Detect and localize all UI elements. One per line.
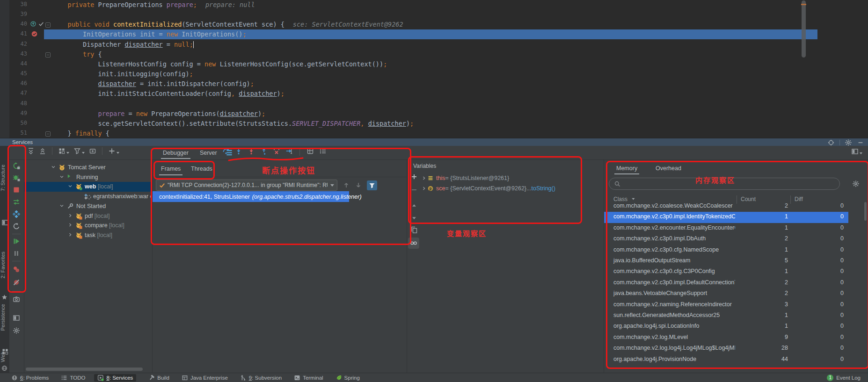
memory-class-row[interactable]: org.apache.log4j.ProvisionNode440 <box>604 354 848 365</box>
expand-all-button[interactable] <box>27 147 35 155</box>
memory-class-row[interactable]: sun.reflect.GeneratedMethodAccessor2510 <box>604 310 848 321</box>
memory-settings-icon[interactable] <box>852 180 860 187</box>
editor-scrollbar-thumb[interactable] <box>802 0 806 58</box>
statusbar-item-problems[interactable]: 6: Problems <box>11 375 49 381</box>
evaluate-expression-button[interactable] <box>306 147 314 157</box>
line-number[interactable]: 46 <box>9 80 27 86</box>
run-to-cursor-button[interactable] <box>285 147 293 157</box>
chevron-expanded-icon[interactable] <box>51 164 58 172</box>
debug-server-button[interactable] <box>13 174 20 181</box>
breakpoint-icon[interactable] <box>31 30 38 38</box>
chevron-collapsed-icon[interactable] <box>421 174 427 182</box>
tree-row[interactable]: compare [local] <box>24 221 152 231</box>
chevron-expanded-icon[interactable] <box>59 203 66 210</box>
chevron-expanded-icon[interactable] <box>67 183 75 191</box>
event-log-button[interactable]: 1 Event Log <box>827 375 861 381</box>
layout-options-icon[interactable] <box>851 148 859 155</box>
code-line[interactable]: } finally { <box>52 130 109 137</box>
mute-breakpoints-button[interactable] <box>13 279 20 286</box>
tree-row[interactable]: pdf [local] <box>24 211 152 221</box>
collapse-all-button[interactable] <box>39 147 46 155</box>
tab-threads[interactable]: Threads <box>186 162 217 175</box>
line-number[interactable]: 44 <box>9 60 27 67</box>
code-line[interactable]: ListenerHostConfig config = new Listener… <box>52 60 387 68</box>
stripe-button-persistence[interactable]: Persistence <box>0 304 9 331</box>
chevron-collapsed-icon[interactable] <box>67 213 75 220</box>
statusbar-item-subversion[interactable]: 9: Subversion <box>240 375 282 381</box>
hide-frames-filter-button[interactable] <box>367 180 377 190</box>
tab-memory[interactable]: Memory <box>612 162 642 174</box>
code-line[interactable]: init.initStaticContentLoader(config, dis… <box>52 90 284 97</box>
statusbar-item-build[interactable]: Build <box>148 375 169 381</box>
code-line[interactable]: prepare = new PrepareOperations(dispatch… <box>52 110 265 117</box>
thread-dump-button[interactable] <box>13 296 20 303</box>
tree-row[interactable]: Running <box>24 173 152 182</box>
resume-button[interactable] <box>13 238 20 245</box>
memory-class-row[interactable]: com.mchange.v2.coalesce.WeakCcCoalescer2… <box>604 201 848 212</box>
memory-class-row[interactable]: com.mchange.v2.log.log4j.Log4jMLog$Log4j… <box>604 343 848 354</box>
add-service-frame-button[interactable] <box>89 147 96 155</box>
refresh-button[interactable] <box>13 223 20 230</box>
code-line[interactable]: public void contextInitialized(ServletCo… <box>52 21 403 28</box>
tool-window-settings-icon[interactable] <box>845 139 852 146</box>
services-tree[interactable]: Tomcat ServerRunningweb [local]egrantsha… <box>24 160 152 373</box>
memory-class-row[interactable]: java.beans.VetoableChangeSupport20 <box>604 288 848 299</box>
memory-class-row[interactable]: org.apache.log4j.spi.LocationInfo10 <box>604 321 848 332</box>
move-watch-up-button[interactable] <box>410 202 418 209</box>
tree-row[interactable]: web [local] <box>24 182 152 192</box>
code-line[interactable]: try { <box>52 50 102 58</box>
tree-row[interactable]: Not Started <box>24 202 152 211</box>
code-line[interactable]: init.initLogging(config); <box>52 70 193 78</box>
duplicate-watch-button[interactable] <box>410 226 418 234</box>
code-line[interactable]: sce.getServletContext().setAttribute(Str… <box>52 120 414 127</box>
memory-class-row[interactable]: com.mchange.v2.encounter.EqualityEncount… <box>604 223 848 234</box>
tree-row[interactable]: Tomcat Server <box>24 163 152 173</box>
tab-overhead[interactable]: Overhead <box>651 162 686 174</box>
add-service-button[interactable] <box>108 147 119 155</box>
add-watch-button[interactable] <box>410 173 418 180</box>
memory-class-row[interactable]: com.mchange.v2.naming.ReferenceIndirecto… <box>604 300 848 310</box>
deployment-status-button[interactable] <box>13 210 20 218</box>
tab-debugger[interactable]: Debugger <box>157 146 194 159</box>
line-number[interactable]: 51 <box>9 130 27 136</box>
tree-hscrollbar[interactable] <box>26 368 143 371</box>
pause-button[interactable] <box>13 250 20 257</box>
memory-class-row[interactable]: com.mchange.v2.c3p0.cfg.NamedScope10 <box>604 245 848 256</box>
line-number[interactable]: 48 <box>9 100 27 107</box>
step-out-button[interactable] <box>260 147 268 157</box>
chevron-expanded-icon[interactable] <box>59 174 66 181</box>
code-line[interactable]: dispatcher = init.initDispatcher(config)… <box>52 80 254 87</box>
restore-layout-button[interactable] <box>13 314 20 322</box>
override-marker-icon[interactable] <box>30 21 37 28</box>
code-line[interactable]: InitOperations init = new InitOperations… <box>52 30 247 38</box>
code-line[interactable]: Dispatcher dispatcher = null; <box>52 41 194 48</box>
memory-class-row[interactable]: com.mchange.v2.log.MLevel90 <box>604 332 848 343</box>
move-watch-down-button[interactable] <box>410 214 418 222</box>
line-number[interactable]: 43 <box>9 50 27 57</box>
line-number[interactable]: 50 <box>9 120 27 126</box>
force-step-into-button[interactable] <box>248 147 255 157</box>
step-over-button[interactable] <box>222 147 230 157</box>
stripe-button-structure[interactable]: 7: Structure <box>0 165 9 191</box>
fold-marker[interactable] <box>45 131 51 137</box>
stack-frame-row[interactable]: contextInitialized:41, StrutsListener(or… <box>153 191 349 202</box>
line-number[interactable]: 47 <box>9 90 27 96</box>
stop-server-button[interactable] <box>13 186 20 194</box>
statusbar-item-terminal[interactable]: Terminal <box>294 375 323 381</box>
filter-button[interactable] <box>73 147 85 155</box>
tostring-link[interactable]: toString() <box>531 185 555 192</box>
chevron-collapsed-icon[interactable] <box>67 232 75 239</box>
memory-class-row[interactable]: java.io.BufferedOutputStream50 <box>604 256 848 267</box>
editor-scrollbar[interactable] <box>801 0 806 138</box>
variable-row[interactable]: psce = {ServletContextEvent@9262} ... to… <box>421 183 555 194</box>
memory-class-row[interactable]: com.mchange.v2.c3p0.impl.IdentityTokeniz… <box>604 212 848 223</box>
statusbar-item-services[interactable]: 8: Services <box>94 374 136 382</box>
line-number[interactable]: 39 <box>9 11 27 17</box>
memory-class-row[interactable]: com.mchange.v2.c3p0.cfg.C3P0Config10 <box>604 267 848 277</box>
next-frame-icon[interactable] <box>354 181 363 189</box>
view-options-button[interactable] <box>319 147 327 157</box>
tree-row[interactable]: egrantshanxiweb:war explo <box>24 192 152 202</box>
code-line[interactable]: private PrepareOperations prepare;prepar… <box>52 1 255 8</box>
reset-frame-button[interactable] <box>273 147 280 157</box>
statusbar-item-spring[interactable]: Spring <box>336 375 360 381</box>
